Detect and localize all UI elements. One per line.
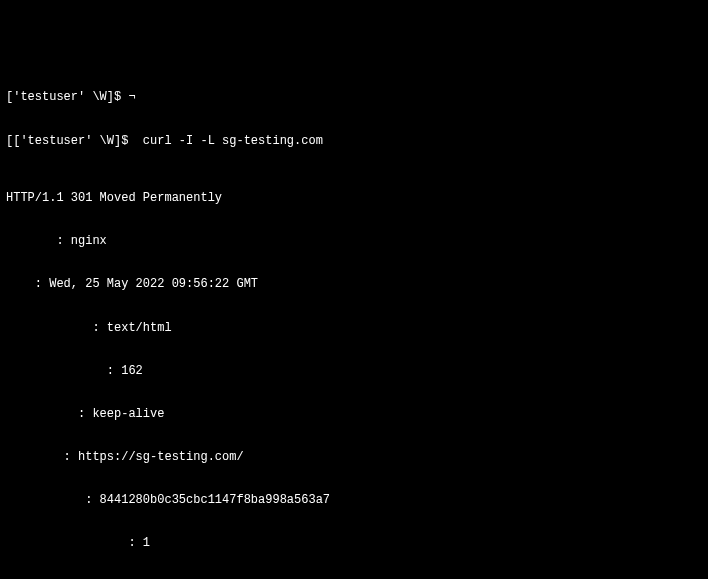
output-line: : keep-alive: [6, 407, 702, 421]
output-line: : https://sg-testing.com/: [6, 450, 702, 464]
output-line: : 1: [6, 536, 702, 550]
output-line: : nginx: [6, 234, 702, 248]
prompt-line-2: [['testuser' \W]$ curl -I -L sg-testing.…: [6, 134, 702, 148]
http-status: HTTP/1.1 301 Moved Permanently: [6, 191, 702, 205]
prompt-line-1: ['testuser' \W]$ ¬: [6, 90, 702, 104]
output-line: : Wed, 25 May 2022 09:56:22 GMT: [6, 277, 702, 291]
output-line: : 162: [6, 364, 702, 378]
terminal-window[interactable]: ['testuser' \W]$ ¬ [['testuser' \W]$ cur…: [6, 62, 702, 579]
output-line: : text/html: [6, 321, 702, 335]
output-line: : 8441280b0c35cbc1147f8ba998a563a7: [6, 493, 702, 507]
